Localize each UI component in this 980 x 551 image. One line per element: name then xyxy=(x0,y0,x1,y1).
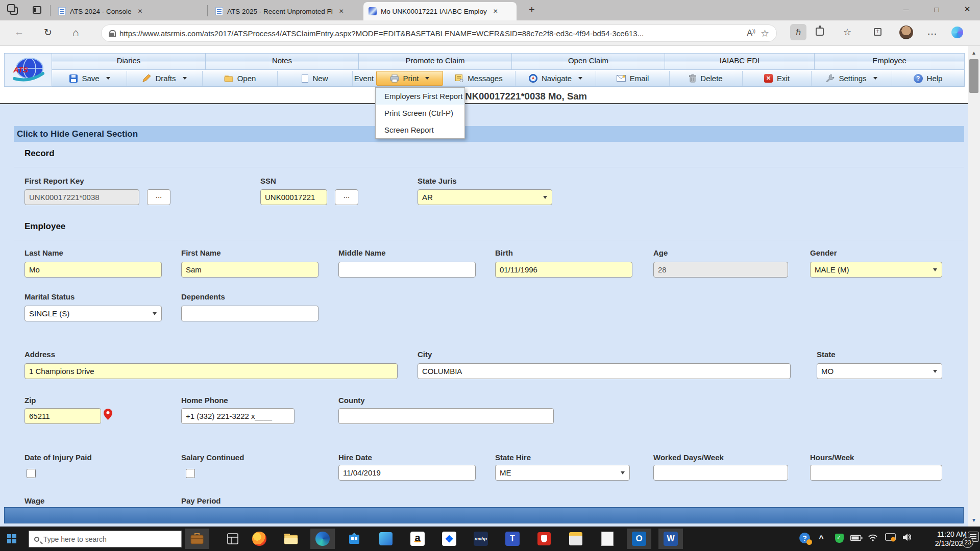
briefcase-icon[interactable] xyxy=(189,531,205,547)
workspaces-icon[interactable] xyxy=(8,5,19,16)
first-name-input[interactable] xyxy=(181,262,318,278)
city-input[interactable] xyxy=(418,363,791,379)
notepad-icon[interactable] xyxy=(599,531,616,547)
date-of-injury-paid-checkbox[interactable] xyxy=(27,469,36,478)
wifi-icon[interactable] xyxy=(868,534,878,541)
edge-icon[interactable] xyxy=(314,531,331,547)
help-button[interactable]: ? Help xyxy=(892,71,964,86)
tab-close-icon[interactable]: ✕ xyxy=(493,8,498,15)
email-button[interactable]: Email xyxy=(596,71,670,86)
state-hire-select[interactable]: ME xyxy=(495,465,630,481)
file-explorer-icon[interactable] xyxy=(283,531,299,547)
window-minimize-button[interactable]: ─ xyxy=(894,0,918,18)
menu-employee[interactable]: Employee xyxy=(815,53,964,70)
last-name-input[interactable] xyxy=(24,262,162,278)
home-icon[interactable]: ⌂ xyxy=(72,27,79,39)
exit-button[interactable]: ✕ Exit xyxy=(743,71,812,86)
gender-select[interactable]: MALE (M) xyxy=(810,262,942,278)
state-select[interactable]: MO xyxy=(817,363,942,379)
vertical-tabs-icon[interactable] xyxy=(33,6,41,14)
menu-iaiabc-edi[interactable]: IAIABC EDI xyxy=(665,53,815,70)
browser-tab-1[interactable]: ATS 2024 - Console ✕ xyxy=(53,2,205,20)
browser-tab-2[interactable]: ATS 2025 - Recent Unpromoted Fi ✕ xyxy=(210,2,359,20)
read-aloud-icon[interactable]: A)) xyxy=(747,29,755,38)
new-button[interactable]: New xyxy=(278,71,353,86)
teams-icon[interactable]: T xyxy=(504,531,521,547)
first-report-key-input[interactable] xyxy=(24,189,139,205)
outlook-icon[interactable]: O xyxy=(631,531,647,547)
messages-button[interactable]: Messages xyxy=(443,71,516,86)
tray-chevron-up-icon[interactable]: ^ xyxy=(819,534,824,544)
extensions-puzzle-icon[interactable] xyxy=(816,28,824,36)
event-button[interactable]: Event xyxy=(353,71,375,86)
horizontal-scroll-bar[interactable] xyxy=(4,507,964,523)
more-menu-icon[interactable]: … xyxy=(927,26,937,37)
taskbar-search[interactable]: Type here to search xyxy=(29,531,182,547)
menu-diaries[interactable]: Diaries xyxy=(52,53,206,70)
address-input[interactable] xyxy=(24,363,398,379)
general-section-toggle[interactable]: Click to Hide General Section xyxy=(14,126,964,142)
back-icon[interactable]: ← xyxy=(14,27,24,38)
new-tab-button[interactable]: + xyxy=(529,4,535,16)
menu-promote-to-claim[interactable]: Promote to Claim xyxy=(359,53,512,70)
county-input[interactable] xyxy=(338,408,554,424)
scroll-down-icon[interactable]: ▼ xyxy=(968,514,980,525)
first-report-key-lookup-button[interactable]: ... xyxy=(147,189,170,205)
menu-item-employers-first-report[interactable]: Employers First Report xyxy=(376,88,464,105)
home-phone-input[interactable] xyxy=(181,408,295,424)
hire-date-input[interactable] xyxy=(338,465,476,481)
vertical-scrollbar[interactable] xyxy=(968,46,980,527)
open-button[interactable]: Open xyxy=(203,71,278,86)
task-view-icon[interactable] xyxy=(225,531,241,547)
volume-icon[interactable] xyxy=(902,533,913,541)
dependents-input[interactable] xyxy=(181,306,318,321)
delete-button[interactable]: Delete xyxy=(670,71,743,86)
scrollbar-thumb[interactable] xyxy=(969,59,978,93)
middle-name-input[interactable] xyxy=(338,262,476,278)
window-close-button[interactable]: ✕ xyxy=(955,0,979,18)
birth-input[interactable] xyxy=(495,262,632,278)
age-input[interactable] xyxy=(653,262,788,278)
mvhp-app-icon[interactable]: mvhp xyxy=(473,531,489,547)
defender-shield-icon[interactable] xyxy=(835,534,844,543)
ssn-lookup-button[interactable]: ... xyxy=(335,189,358,205)
scroll-up-icon[interactable]: ▲ xyxy=(968,47,980,58)
drafts-button[interactable]: Drafts xyxy=(127,71,203,86)
settings-button[interactable]: Settings xyxy=(812,71,892,86)
copilot-icon[interactable] xyxy=(951,27,963,38)
url-field[interactable]: https://www.atsrmis.com/ats2017/ATSProce… xyxy=(101,24,777,42)
password-extension-icon[interactable]: ℏ xyxy=(790,24,806,40)
favorite-star-icon[interactable]: ☆ xyxy=(761,28,769,39)
marital-status-select[interactable]: SINGLE (S) xyxy=(24,306,162,321)
taskbar-clock[interactable]: 11:20 AM 2/13/2025 xyxy=(918,530,967,548)
zip-input[interactable] xyxy=(24,408,101,424)
collections-icon[interactable] xyxy=(874,28,881,36)
photos-app-icon[interactable] xyxy=(378,531,394,547)
menu-notes[interactable]: Notes xyxy=(206,53,359,70)
battery-icon[interactable] xyxy=(850,535,863,541)
worked-days-week-input[interactable] xyxy=(653,465,788,481)
print-button[interactable]: Print xyxy=(376,71,443,86)
amazon-icon[interactable]: a xyxy=(409,531,426,547)
menu-item-print-screen[interactable]: Print Screen (Ctrl-P) xyxy=(376,105,464,121)
refresh-icon[interactable]: ↻ xyxy=(44,27,52,38)
browser-tab-active[interactable]: Mo UNK00017221 IAIABC Employ ✕ xyxy=(363,2,517,20)
menu-item-screen-report[interactable]: Screen Report xyxy=(376,121,464,138)
sticky-notes-icon[interactable] xyxy=(568,531,584,547)
dropbox-icon[interactable]: ❖ xyxy=(441,531,457,547)
state-juris-select[interactable]: AR xyxy=(418,189,552,205)
profile-avatar[interactable] xyxy=(899,26,913,39)
window-maximize-button[interactable]: □ xyxy=(925,0,948,18)
word-icon[interactable]: W xyxy=(663,531,679,547)
tab-close-icon[interactable]: ✕ xyxy=(138,8,143,15)
ssn-input[interactable] xyxy=(260,189,327,205)
microsoft-store-icon[interactable] xyxy=(346,531,362,547)
favorites-icon[interactable]: ☆ xyxy=(843,27,851,38)
cast-display-icon[interactable] xyxy=(885,533,896,542)
tab-close-icon[interactable]: ✕ xyxy=(339,8,344,15)
save-button[interactable]: Save xyxy=(53,71,127,86)
get-help-icon[interactable]: ? xyxy=(799,533,810,543)
security-app-icon[interactable] xyxy=(536,531,552,547)
start-button[interactable] xyxy=(7,534,16,543)
map-pin-icon[interactable] xyxy=(104,408,112,422)
